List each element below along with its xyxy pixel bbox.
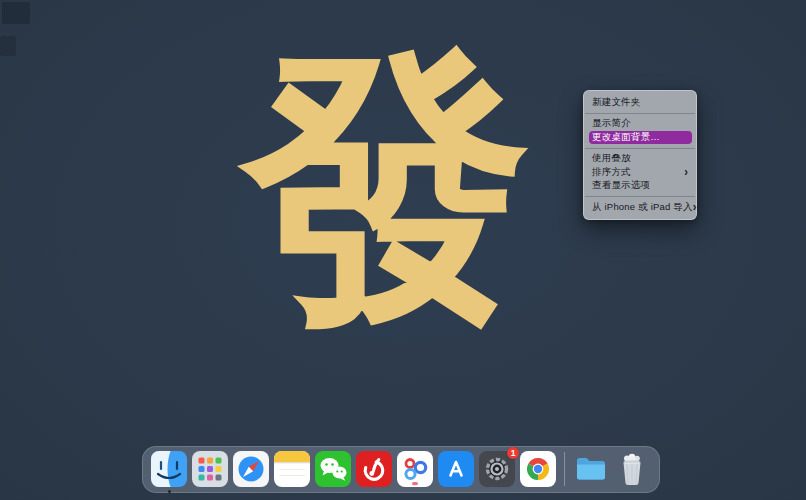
menu-item-label: 更改桌面背景… [592,131,660,144]
dock-app-baidu-netdisk[interactable] [397,451,433,487]
menu-item-label: 使用叠放 [592,152,631,165]
dock-app-launchpad[interactable] [192,451,228,487]
dock-app-wechat[interactable] [315,451,351,487]
dock-app-notes[interactable] [274,451,310,487]
submenu-chevron-icon: › [684,166,688,178]
menu-item-use-stacks[interactable]: 使用叠放 [584,152,696,166]
menu-item-label: 排序方式 [592,166,631,179]
notes-icon [274,451,310,487]
trash-full-icon [614,451,650,487]
chrome-icon [520,451,556,487]
menu-item-new-folder[interactable]: 新建文件夹 [584,96,696,110]
desktop-context-menu: 新建文件夹 显示简介 更改桌面背景… 使用叠放 排序方式 › 查看显示选项 从 … [583,90,697,220]
dock-separator [564,452,565,486]
wallpaper-character: 發 [238,40,538,360]
wallpaper-dark-patch [2,2,30,24]
dock-app-finder[interactable] [151,451,187,487]
dock-app-safari[interactable] [233,451,269,487]
running-indicator-dot [168,490,171,493]
baidu-netdisk-icon [397,451,433,487]
notification-badge: 1 [507,447,519,459]
menu-item-label: 显示简介 [592,117,631,130]
finder-icon [151,451,187,487]
menu-item-show-view-options[interactable]: 查看显示选项 [584,179,696,193]
menu-item-get-info[interactable]: 显示简介 [584,117,696,131]
safari-icon [233,451,269,487]
netease-music-icon [356,451,392,487]
menu-separator [585,196,695,197]
menu-item-import-from-iphone-ipad[interactable]: 从 iPhone 或 iPad 导入 › [584,201,696,215]
menu-item-label: 从 iPhone 或 iPad 导入 [592,201,693,214]
wechat-icon [315,451,351,487]
desktop-surface[interactable]: 發 新建文件夹 显示简介 更改桌面背景… 使用叠放 排序方式 › 查看显示选项 … [0,0,806,500]
launchpad-icon [192,451,228,487]
menu-item-label: 新建文件夹 [592,96,641,109]
folder-icon [573,451,609,487]
dock-folder-downloads[interactable] [573,451,609,487]
menu-separator [585,148,695,149]
menu-separator [585,113,695,114]
dock-app-netease-music[interactable] [356,451,392,487]
menu-item-change-desktop-background[interactable]: 更改桌面背景… [589,131,692,145]
wallpaper-dark-patch [0,36,16,56]
dock-app-app-store[interactable] [438,451,474,487]
dock-app-chrome[interactable] [520,451,556,487]
dock-trash[interactable] [614,451,650,487]
dock: 1 [142,446,660,493]
dock-app-system-settings[interactable]: 1 [479,451,515,487]
app-store-icon [438,451,474,487]
submenu-chevron-icon: › [693,201,697,213]
menu-item-sort-by[interactable]: 排序方式 › [584,166,696,180]
menu-item-label: 查看显示选项 [592,179,650,192]
